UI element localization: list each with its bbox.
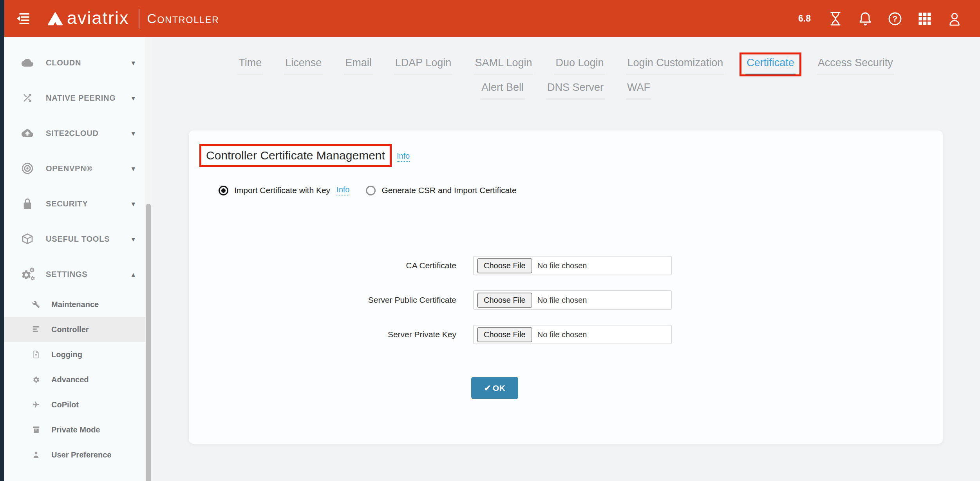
- check-icon: ✔: [484, 383, 491, 393]
- sidebar-item-label: Advanced: [51, 375, 89, 384]
- brand-wordmark: aviatrix: [67, 8, 129, 28]
- choose-file-button[interactable]: Choose File: [477, 258, 532, 273]
- chevron-down-icon: ▾: [131, 235, 135, 244]
- sidebar-item-label: SECURITY: [46, 199, 88, 208]
- title-info-link[interactable]: Info: [397, 152, 410, 162]
- chevron-up-icon: ▴: [131, 270, 135, 279]
- rows-icon: [32, 325, 40, 334]
- notifications-bell-icon[interactable]: [858, 11, 873, 26]
- server-public-certificate-file-input[interactable]: Choose File No file chosen: [473, 290, 672, 310]
- cube-icon: [21, 233, 34, 245]
- sidebar-item-openvpn[interactable]: OPENVPN® ▾: [4, 151, 145, 186]
- sidebar-item-logging[interactable]: Logging: [4, 342, 145, 367]
- sidebar-item-useful-tools[interactable]: USEFUL TOOLS ▾: [4, 221, 145, 257]
- chevron-down-icon: ▾: [131, 164, 135, 173]
- app-header: aviatrix Controller 6.8 ?: [4, 0, 980, 37]
- tab-email[interactable]: Email: [344, 57, 373, 75]
- sidebar-item-label: USEFUL TOOLS: [46, 235, 110, 244]
- server-private-key-row: Server Private Key Choose File No file c…: [189, 325, 943, 344]
- radio-generate-csr[interactable]: [366, 186, 376, 195]
- aviatrix-logo[interactable]: [47, 12, 63, 25]
- person-icon: [32, 450, 40, 459]
- menu-collapse-icon[interactable]: [15, 11, 31, 27]
- tab-license[interactable]: License: [284, 57, 323, 75]
- field-label: CA Certificate: [189, 261, 456, 270]
- radio-label: Generate CSR and Import Certificate: [382, 186, 516, 195]
- sidebar-item-label: Private Mode: [51, 425, 100, 434]
- field-label: Server Private Key: [189, 330, 456, 339]
- chevron-down-icon: ▾: [131, 94, 135, 103]
- sidebar-item-label: CLOUDN: [46, 58, 81, 67]
- sidebar-item-advanced[interactable]: Advanced: [4, 367, 145, 392]
- chevron-down-icon: ▾: [131, 129, 135, 138]
- settings-tabs: Time License Email LDAP Login SAML Login…: [152, 57, 980, 100]
- file-status: No file chosen: [537, 261, 587, 270]
- sidebar-item-settings[interactable]: SETTINGS ▴: [4, 257, 145, 292]
- tab-dns-server[interactable]: DNS Server: [546, 81, 605, 100]
- sidebar-item-label: Controller: [51, 325, 89, 334]
- cloud-upload-icon: [21, 127, 34, 139]
- sidebar-item-maintenance[interactable]: Maintenance: [4, 292, 145, 317]
- tab-login-customization[interactable]: Login Customization: [626, 57, 725, 75]
- sidebar-item-label: User Preference: [51, 450, 111, 459]
- cloud-icon: [21, 56, 34, 69]
- tab-alert-bell[interactable]: Alert Bell: [480, 81, 525, 100]
- radio-import-certificate[interactable]: [219, 186, 228, 195]
- left-edge-strip: [0, 0, 4, 481]
- server-private-key-file-input[interactable]: Choose File No file chosen: [473, 325, 672, 344]
- lock-icon: [21, 197, 34, 210]
- main-content: Time License Email LDAP Login SAML Login…: [152, 37, 980, 481]
- sidebar-item-native-peering[interactable]: NATIVE PEERING ▾: [4, 80, 145, 116]
- tab-time[interactable]: Time: [237, 57, 263, 75]
- sidebar-item-label: Logging: [51, 350, 82, 359]
- svg-text:?: ?: [893, 14, 897, 23]
- document-icon: [32, 350, 40, 359]
- apps-grid-icon[interactable]: [917, 11, 932, 26]
- sidebar-item-controller[interactable]: Controller: [4, 317, 145, 342]
- field-label: Server Public Certificate: [189, 295, 456, 305]
- target-icon: [21, 162, 34, 175]
- choose-file-button[interactable]: Choose File: [477, 327, 532, 342]
- tab-certificate[interactable]: Certificate: [745, 57, 796, 75]
- product-name: Controller: [147, 11, 219, 26]
- tasks-hourglass-icon[interactable]: [828, 11, 843, 26]
- archive-icon: [32, 425, 40, 434]
- ca-certificate-row: CA Certificate Choose File No file chose…: [189, 256, 943, 275]
- radio-label: Import Certificate with Key: [234, 186, 330, 195]
- sidebar-item-site2cloud[interactable]: SITE2CLOUD ▾: [4, 116, 145, 151]
- user-profile-icon[interactable]: [947, 11, 962, 26]
- sidebar-item-label: NATIVE PEERING: [46, 94, 116, 103]
- tab-saml-login[interactable]: SAML Login: [474, 57, 533, 75]
- tab-waf[interactable]: WAF: [626, 81, 651, 100]
- ok-button[interactable]: ✔ OK: [471, 377, 518, 399]
- sidebar-item-copilot[interactable]: CoPilot: [4, 392, 145, 417]
- sidebar-item-label: CoPilot: [51, 400, 79, 409]
- sidebar-item-label: OPENVPN®: [46, 164, 92, 173]
- sidebar: CLOUDN ▾ NATIVE PEERING ▾ SITE2CLOUD ▾: [4, 37, 145, 481]
- shuffle-icon: [21, 92, 34, 104]
- choose-file-button[interactable]: Choose File: [477, 293, 532, 308]
- gear-icon: [32, 375, 40, 384]
- ca-certificate-file-input[interactable]: Choose File No file chosen: [473, 256, 672, 275]
- sidebar-item-private-mode[interactable]: Private Mode: [4, 417, 145, 442]
- sidebar-item-label: SETTINGS: [46, 270, 87, 279]
- help-icon[interactable]: ?: [888, 11, 902, 26]
- import-info-link[interactable]: Info: [336, 185, 349, 195]
- scrollbar-thumb[interactable]: [146, 204, 151, 481]
- certificate-card: Controller Certificate Management Info I…: [189, 130, 943, 444]
- sidebar-item-cloudn[interactable]: CLOUDN ▾: [4, 45, 145, 80]
- sidebar-item-security[interactable]: SECURITY ▾: [4, 186, 145, 221]
- tab-access-security[interactable]: Access Security: [817, 57, 894, 75]
- file-status: No file chosen: [537, 330, 587, 339]
- file-status: No file chosen: [537, 296, 587, 305]
- tab-ldap-login[interactable]: LDAP Login: [394, 57, 453, 75]
- sidebar-item-user-preference[interactable]: User Preference: [4, 442, 145, 467]
- sidebar-scrollbar[interactable]: [145, 37, 152, 481]
- sidebar-item-label: SITE2CLOUD: [46, 129, 99, 138]
- tab-duo-login[interactable]: Duo Login: [554, 57, 605, 75]
- certificate-mode-radios: Import Certificate with Key Info Generat…: [219, 185, 517, 195]
- sidebar-item-label: Maintenance: [51, 300, 99, 309]
- plane-icon: [32, 400, 40, 409]
- chevron-down-icon: ▾: [131, 199, 135, 208]
- wrench-icon: [32, 300, 40, 309]
